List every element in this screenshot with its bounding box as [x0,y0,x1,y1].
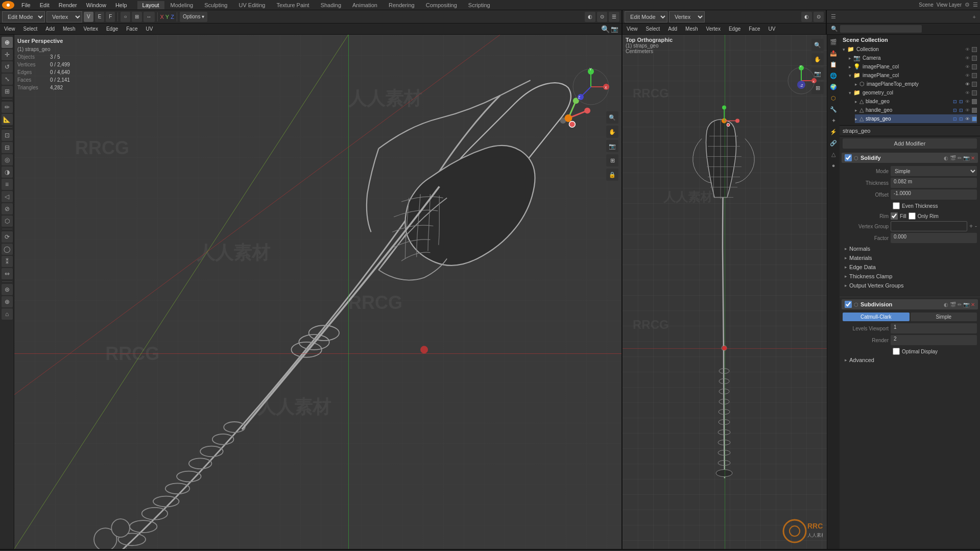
vm-vertex[interactable]: Vertex [80,25,102,33]
tool-shrink[interactable]: ⊛ [2,284,13,295]
sc-item-imageplane-top[interactable]: ▸ ⬡ imagePlaneTop_empty 👁 [855,80,977,88]
vp-zoom-icon[interactable]: 🔍 [606,111,618,124]
subdiv-enabled[interactable] [845,301,852,308]
subdiv-edit-icon[interactable]: ✏ [958,302,962,307]
rvm-add[interactable]: Add [664,25,681,33]
vm-mesh[interactable]: Mesh [59,25,79,33]
solidify-enabled[interactable] [845,154,852,161]
left-viewport[interactable]: RRCG 人人素材 RRCG 人人素材 RRCG 人人素材 [14,35,623,549]
tool-extrude[interactable]: ⊡ [2,130,13,141]
xray-btn[interactable]: ☰ [609,12,619,22]
catmull-clark-tab[interactable]: Catmull-Clark [843,313,910,321]
menu-help[interactable]: Help [111,1,131,9]
vertex-group-input[interactable] [891,221,967,231]
scene-search-input[interactable] [840,25,922,33]
vm-view[interactable]: View [0,25,19,33]
advanced-header[interactable]: ▸ Advanced [843,356,977,364]
tool-smooth[interactable]: ◯ [2,244,13,255]
view-layer-icon[interactable]: 📋 [828,59,839,69]
vp-camera[interactable]: 📷 [611,25,618,33]
particles-icon[interactable]: ✦ [828,115,839,126]
sc-item-light[interactable]: ▸ 💡 imagePlane_col 👁 [849,62,977,71]
menu-edit[interactable]: Edit [36,1,54,9]
render-props-icon[interactable]: 🎬 [828,37,839,47]
vertex-select[interactable]: Vertex [46,11,82,22]
tool-spin[interactable]: ⟳ [2,231,13,243]
rvm-edge[interactable]: Edge [725,25,745,33]
vp-grid-icon[interactable]: ⊞ [606,154,618,166]
face-mode-btn[interactable]: F [106,12,115,22]
sc-item-collection[interactable]: ▾ 📁 Collection 👁 [843,45,977,54]
normals-header[interactable]: ▸ Normals [843,245,977,253]
solidify-realtime-icon[interactable]: ◐ [944,155,948,161]
right-viewport[interactable]: RRCG 人人素材 RRCG [623,35,827,549]
tab-texture-paint[interactable]: Texture Paint [271,1,314,9]
solidify-thickness[interactable]: 0.082 m [891,178,977,188]
render-preview-btn[interactable]: ◐ [585,12,595,22]
constraints-icon[interactable]: 🔗 [828,138,839,148]
output-vg-header[interactable]: ▸ Output Vertex Groups [843,281,977,290]
subdiv-camera-icon[interactable]: 📷 [963,302,969,307]
simple-tab[interactable]: Simple [911,313,977,321]
vertex-mode-btn[interactable]: V [84,12,93,22]
tool-offset-edge[interactable]: ≡ [2,179,13,190]
right-vertex-select[interactable]: Vertex [669,11,705,22]
solidify-camera-icon[interactable]: 📷 [963,155,969,161]
solidify-mode-select[interactable]: Simple Complex [891,166,977,176]
tool-bisect[interactable]: ⊘ [2,203,13,214]
object-data-icon[interactable]: △ [828,149,839,159]
tab-layout[interactable]: Layout [137,1,164,9]
edit-mode-select[interactable]: Edit Mode [2,11,45,22]
vp-pan-icon[interactable]: ✋ [606,126,618,138]
rvm-face[interactable]: Face [745,25,764,33]
tool-warp[interactable]: ⌂ [2,308,13,320]
solidify-offset[interactable]: -1.0000 [891,189,977,200]
edge-mode-btn[interactable]: E [95,12,105,22]
sc-item-straps[interactable]: ▸ △ straps_geo ⊡ ⊡ 👁 [855,114,977,123]
modifier-props-icon[interactable]: 🔧 [828,104,839,114]
tool-transform[interactable]: ⊞ [2,86,13,97]
proportional-btn[interactable]: ○ [121,12,130,22]
tool-measure[interactable]: 📐 [2,114,13,125]
rim-only-cb[interactable] [909,212,916,220]
rvp-zoom[interactable]: 🔍 [811,39,824,51]
subdiv-levels-viewport[interactable]: 1 [891,323,977,333]
subdiv-render-icon[interactable]: 🎬 [950,302,956,307]
solidify-render-icon[interactable]: 🎬 [950,155,956,161]
right-render-preview-btn[interactable]: ◐ [801,12,812,22]
vm-uv[interactable]: UV [142,25,157,33]
sc-item-camera[interactable]: ▸ 📷 Camera 👁 [849,54,977,62]
menu-window[interactable]: Window [82,1,110,9]
tool-loop-cut[interactable]: ◑ [2,166,13,178]
tab-shading[interactable]: Shading [316,1,346,9]
tab-sculpting[interactable]: Sculpting [199,1,232,9]
right-gizmo[interactable]: X Y -Z [786,65,817,96]
tool-knife[interactable]: ◁ [2,191,13,202]
tool-inset[interactable]: ⊟ [2,142,13,153]
menu-render[interactable]: Render [55,1,81,9]
tab-uv-editing[interactable]: UV Editing [233,1,270,9]
subdiv-realtime-icon[interactable]: ◐ [944,302,948,307]
vp-lock-icon[interactable]: 🔒 [606,169,618,181]
material-icon[interactable]: ● [828,160,839,171]
sc-item-geometry-col[interactable]: ▾ 📁 geometry_col 👁 [849,88,977,97]
tool-move[interactable]: ✛ [2,49,13,60]
tab-scripting[interactable]: Scripting [463,1,495,9]
tab-compositing[interactable]: Compositing [421,1,462,9]
vm-edge[interactable]: Edge [102,25,122,33]
subdiv-render[interactable]: 2 [891,335,977,345]
materials-header[interactable]: ▸ Materials [843,254,977,262]
tool-poly-build[interactable]: ⬡ [2,215,13,227]
scene-props-icon[interactable]: 🌐 [828,70,839,81]
sc-item-blade[interactable]: ▸ △ blade_geo ⊡ ⊡ 👁 [855,97,977,106]
vm-add[interactable]: Add [41,25,59,33]
vm-face[interactable]: Face [122,25,141,33]
rvm-select[interactable]: Select [642,25,664,33]
vm-select[interactable]: Select [19,25,42,33]
solidify-edit-icon[interactable]: ✏ [958,155,962,161]
rvm-uv[interactable]: UV [764,25,780,33]
vp-camera-icon[interactable]: 📷 [606,140,618,152]
even-thickness-cb[interactable] [893,202,900,209]
vg-add-icon[interactable]: + [969,223,973,230]
options-btn[interactable]: Options ▾ [180,12,207,22]
